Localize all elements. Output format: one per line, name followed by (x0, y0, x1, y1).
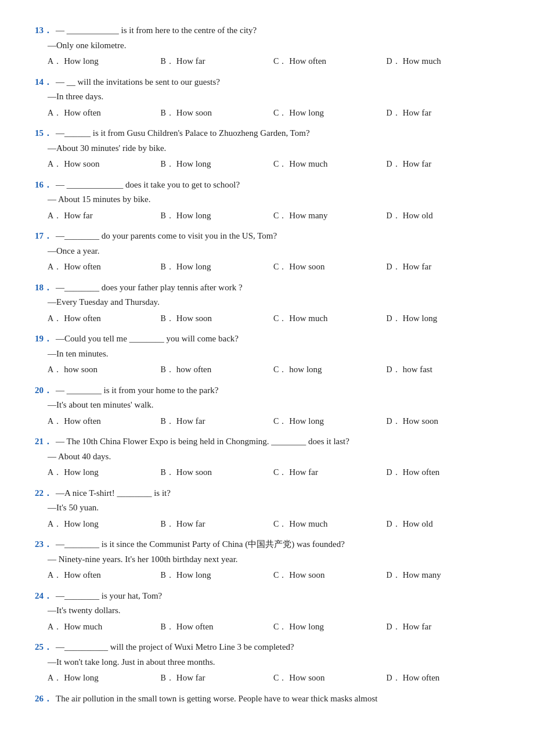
option-item: A．How long (48, 465, 161, 480)
question-line: 14． — __ will the invitations be sent to… (35, 75, 499, 90)
option-text: How soon (403, 414, 438, 429)
option-letter: A． (48, 157, 62, 171)
option-text: How often (64, 260, 101, 275)
option-letter: D． (387, 415, 400, 429)
option-letter: D． (387, 620, 400, 634)
answer-line: —It won't take long. Just in about three… (48, 655, 499, 670)
option-item: D．How far (387, 157, 500, 172)
question-number: 26． (35, 692, 52, 707)
question-line: 16． — _____________ does it take you to … (35, 178, 499, 193)
option-text: How soon (176, 465, 212, 480)
question-line: 23． —________ is it since the Communist … (35, 537, 499, 552)
options-line: A．How oftenB．How soonC．How muchD．How lon… (48, 311, 499, 326)
option-item: D．How old (387, 208, 500, 224)
question-block: 18． —________ does your father play tenn… (35, 280, 499, 326)
answer-line: —In three days. (48, 89, 499, 105)
option-text: How far (403, 106, 432, 121)
option-letter: A． (48, 209, 62, 223)
option-item: D．How many (387, 568, 500, 583)
option-item: A．How long (48, 517, 161, 532)
option-text: How long (289, 620, 324, 635)
question-block: 26． The air pollution in the small town … (35, 692, 499, 707)
option-letter: C． (273, 157, 287, 171)
option-item: B．How far (161, 671, 274, 686)
option-item: D．How far (387, 106, 500, 121)
option-text: How soon (289, 671, 324, 686)
option-text: How often (289, 54, 326, 69)
question-line: 21． — The 10th China Flower Expo is bein… (35, 434, 499, 449)
option-text: How far (176, 414, 205, 429)
option-letter: B． (161, 157, 174, 171)
option-letter: A． (48, 312, 62, 326)
option-item: A．How much (48, 620, 161, 635)
question-number: 14． (35, 75, 52, 90)
option-letter: D． (387, 671, 400, 685)
question-line: 24． —________ is your hat, Tom? (35, 589, 499, 604)
question-text: —________ is your hat, Tom? (56, 589, 499, 604)
question-block: 15． —______ is it from Gusu Children's P… (35, 126, 499, 172)
option-item: B．How far (161, 54, 274, 69)
option-letter: C． (273, 466, 287, 480)
option-text: How often (176, 620, 214, 635)
question-text: — The 10th China Flower Expo is being he… (56, 434, 499, 449)
option-text: How long (64, 671, 99, 686)
option-item: C．How many (273, 208, 387, 224)
option-item: D．How soon (387, 414, 500, 429)
option-letter: B． (161, 620, 174, 634)
question-number: 17． (35, 229, 52, 244)
option-letter: C． (273, 209, 287, 223)
option-letter: C． (273, 620, 287, 634)
option-text: How far (176, 517, 205, 532)
question-line: 18． —________ does your father play tenn… (35, 280, 499, 296)
answer-line: —Every Tuesday and Thursday. (48, 295, 499, 310)
option-item: A．How far (48, 208, 161, 224)
question-block: 24． —________ is your hat, Tom?—It's twe… (35, 589, 499, 635)
option-text: How many (403, 568, 441, 583)
option-letter: B． (161, 671, 174, 685)
question-block: 14． — __ will the invitations be sent to… (35, 75, 499, 121)
option-letter: C． (273, 363, 287, 377)
options-line: A．How soonB．How longC．How muchD．How far (48, 157, 499, 172)
option-letter: B． (161, 55, 174, 69)
option-text: How many (289, 208, 327, 224)
option-item: C．How soon (273, 568, 387, 583)
question-number: 16． (35, 178, 52, 193)
question-block: 25． —__________ will the project of Wuxi… (35, 640, 499, 686)
question-line: 17． —________ do your parents come to vi… (35, 229, 499, 244)
question-text: — _____________ does it take you to get … (56, 178, 499, 193)
option-text: how long (289, 362, 322, 377)
option-letter: B． (161, 415, 174, 429)
answer-line: —In ten minutes. (48, 347, 499, 362)
option-item: B．How far (161, 414, 274, 429)
option-item: A．How long (48, 671, 161, 686)
option-letter: D． (387, 568, 400, 582)
options-line: A．How oftenB．How farC．How longD．How soon (48, 414, 499, 429)
options-line: A．How longB．How soonC．How farD．How often (48, 465, 499, 480)
answer-line: —It's 50 yuan. (48, 501, 499, 516)
options-line: A．How longB．How farC．How soonD．How often (48, 671, 499, 686)
option-text: How much (289, 311, 327, 326)
question-number: 25． (35, 640, 52, 655)
option-item: A．how soon (48, 362, 161, 377)
option-item: A．How long (48, 54, 161, 69)
answer-line: — About 40 days. (48, 449, 499, 465)
option-item: C．How long (273, 106, 387, 121)
option-item: D．How often (387, 465, 500, 480)
option-text: How long (176, 157, 211, 172)
question-line: 20． — ________ is it from your home to t… (35, 383, 499, 398)
question-number: 24． (35, 589, 52, 604)
option-text: How soon (289, 568, 324, 583)
option-item: A．How often (48, 414, 161, 429)
option-letter: A． (48, 620, 62, 634)
option-item: B．How soon (161, 106, 274, 121)
option-letter: C． (273, 517, 287, 531)
option-item: C．How much (273, 517, 387, 532)
option-text: How long (64, 465, 99, 480)
options-line: A．How muchB．How oftenC．How longD．How far (48, 620, 499, 635)
question-line: 22． —A nice T-shirt! ________ is it? (35, 486, 499, 501)
option-text: How long (176, 568, 211, 583)
option-item: D．How old (387, 517, 500, 532)
option-text: How old (403, 517, 433, 532)
question-number: 13． (35, 23, 52, 38)
answer-line: —Only one kilometre. (48, 38, 499, 53)
